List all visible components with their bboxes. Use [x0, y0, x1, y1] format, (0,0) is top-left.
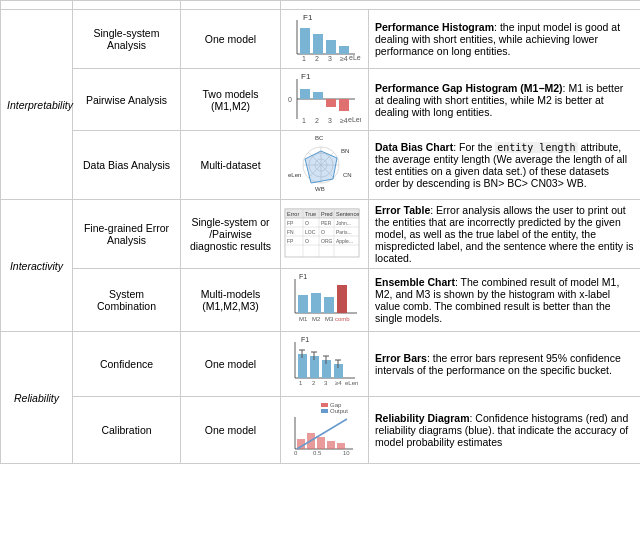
svg-text:eLen: eLen	[288, 172, 301, 178]
svg-rect-18	[339, 99, 349, 111]
svg-text:≥4: ≥4	[335, 380, 342, 386]
svg-marker-37	[305, 151, 337, 183]
aspect-interactivity: Interactivity	[1, 200, 73, 332]
input-one-model-2: One model	[181, 332, 281, 397]
svg-text:CN: CN	[343, 172, 352, 178]
svg-text:O: O	[305, 238, 309, 244]
func-error-analysis: Fine-grained Error Analysis	[73, 200, 181, 269]
svg-text:True: True	[305, 211, 316, 217]
svg-rect-16	[313, 92, 323, 99]
output-calibration: Reliability Diagram: Confidence histogra…	[369, 397, 641, 464]
svg-text:comb: comb	[335, 316, 350, 322]
func-pairwise: Pairwise Analysis	[73, 69, 181, 131]
svg-rect-94	[321, 403, 328, 407]
svg-rect-69	[337, 285, 347, 313]
svg-rect-96	[321, 409, 328, 413]
chart-histogram-gap: F1 0 1 2 3 ≥4 eLen	[281, 69, 369, 131]
svg-text:3: 3	[328, 117, 332, 124]
header-output-vis	[281, 1, 641, 10]
svg-text:Error: Error	[287, 211, 299, 217]
svg-text:M2: M2	[312, 316, 321, 322]
chart-histogram-single: F1 1 2 3 ≥4 eLen	[281, 10, 369, 69]
svg-text:PER: PER	[321, 220, 332, 226]
svg-text:10: 10	[343, 450, 350, 456]
svg-text:2: 2	[315, 55, 319, 62]
svg-text:2: 2	[312, 380, 316, 386]
svg-text:2: 2	[315, 117, 319, 124]
svg-rect-17	[326, 99, 336, 107]
svg-text:0: 0	[294, 450, 298, 456]
svg-text:F1: F1	[299, 273, 307, 280]
svg-text:1: 1	[302, 117, 306, 124]
svg-text:3: 3	[328, 55, 332, 62]
input-one-model-1: One model	[181, 10, 281, 69]
svg-text:Paris...: Paris...	[336, 229, 352, 235]
input-multi-dataset: Multi-dataset	[181, 131, 281, 200]
svg-rect-6	[339, 46, 349, 54]
svg-text:O: O	[305, 220, 309, 226]
aspect-reliability: Reliability	[1, 332, 73, 464]
output-confidence: Error Bars: the error bars represent 95%…	[369, 332, 641, 397]
svg-text:≥4: ≥4	[340, 117, 348, 124]
svg-rect-67	[311, 293, 321, 313]
svg-rect-103	[327, 441, 335, 449]
svg-rect-15	[300, 89, 310, 99]
svg-rect-102	[317, 437, 325, 449]
svg-text:FN: FN	[287, 229, 294, 235]
func-data-bias: Data Bias Analysis	[73, 131, 181, 200]
chart-reliability: Gap Output 0 0.5	[281, 397, 369, 464]
svg-text:F1: F1	[301, 336, 309, 343]
output-data-bias: Data Bias Chart: For the entity length a…	[369, 131, 641, 200]
func-calibration: Calibration	[73, 397, 181, 464]
svg-text:0: 0	[288, 96, 292, 103]
svg-rect-104	[337, 443, 345, 449]
svg-text:≥4: ≥4	[340, 55, 348, 62]
header-input	[181, 1, 281, 10]
svg-text:Apple...: Apple...	[336, 238, 353, 244]
svg-text:eLen: eLen	[345, 380, 358, 386]
input-diagnostic: Single-system or /Pairwise diagnostic re…	[181, 200, 281, 269]
func-system-combination: System Combination	[73, 269, 181, 332]
svg-text:F1: F1	[303, 13, 313, 22]
func-single-system: Single-system Analysis	[73, 10, 181, 69]
svg-text:LOC: LOC	[305, 229, 316, 235]
input-multi-models: Multi-models (M1,M2,M3)	[181, 269, 281, 332]
svg-text:M3: M3	[325, 316, 334, 322]
svg-text:3: 3	[324, 380, 328, 386]
chart-ensemble: F1 M1 M2 M3 comb	[281, 269, 369, 332]
chart-error-bars: F1 1 2	[281, 332, 369, 397]
svg-rect-4	[313, 34, 323, 54]
svg-text:1: 1	[299, 380, 303, 386]
svg-rect-68	[324, 297, 334, 313]
svg-text:eLen: eLen	[349, 54, 361, 61]
output-error-analysis: Error Table: Error analysis allows the u…	[369, 200, 641, 269]
svg-text:John...: John...	[336, 220, 351, 226]
svg-text:1: 1	[302, 55, 306, 62]
output-single-system: Performance Histogram: the input model i…	[369, 10, 641, 69]
svg-text:FP: FP	[287, 220, 294, 226]
svg-text:WB: WB	[315, 186, 325, 192]
svg-text:FP: FP	[287, 238, 294, 244]
aspect-interpretability: Interpretability	[1, 10, 73, 200]
svg-text:BC: BC	[315, 135, 324, 141]
chart-error-table: Error True Pred Sentence FP O PER John..…	[281, 200, 369, 269]
svg-text:F1: F1	[301, 72, 311, 81]
input-one-model-3: One model	[181, 397, 281, 464]
svg-text:O: O	[321, 229, 325, 235]
header-functionality	[73, 1, 181, 10]
output-pairwise: Performance Gap Histogram (M1−M2): M1 is…	[369, 69, 641, 131]
chart-radar: BC BN CN WB eLen	[281, 131, 369, 200]
input-two-models: Two models (M1,M2)	[181, 69, 281, 131]
svg-rect-66	[298, 295, 308, 313]
svg-rect-5	[326, 40, 336, 54]
svg-text:eLen: eLen	[348, 116, 361, 123]
svg-text:Sentence: Sentence	[336, 211, 359, 217]
svg-text:ORG: ORG	[321, 238, 333, 244]
svg-text:BN: BN	[341, 148, 349, 154]
header-aspect	[1, 1, 73, 10]
output-ensemble: Ensemble Chart: The combined result of m…	[369, 269, 641, 332]
svg-text:0.5: 0.5	[313, 450, 322, 456]
svg-text:Pred: Pred	[321, 211, 333, 217]
func-confidence: Confidence	[73, 332, 181, 397]
svg-text:M1: M1	[299, 316, 308, 322]
